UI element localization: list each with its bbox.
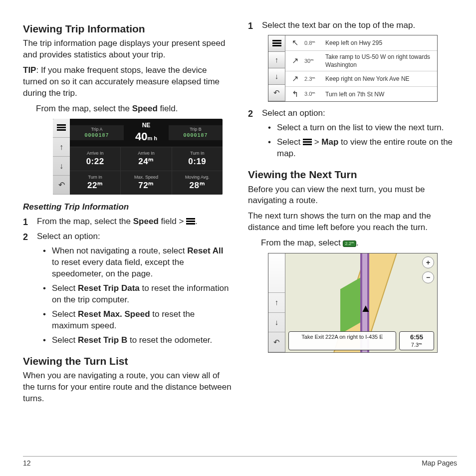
- turn-list-figure: ↑ ↓ ↶ ↖ 0.8ᵐ Keep left on Hwy 295 ↗ 30ᵐ …: [268, 35, 438, 102]
- reset-opt-all: When not navigating a route, select Rese…: [43, 245, 232, 280]
- from-map-speed: From the map, select the Speed field.: [36, 103, 232, 115]
- menu-icon: [53, 119, 70, 138]
- next-turn-chip-icon: 2.2ᵐ: [343, 240, 356, 247]
- page-footer: 12 Map Pages: [23, 456, 457, 468]
- reset-step-2: 2 Select an option: When not navigating …: [23, 231, 232, 349]
- next-turn-instruction: Take Exit 222A on right to I-435 E: [288, 331, 396, 350]
- down-arrow-icon: ↓: [268, 313, 285, 333]
- menu-icon: [186, 218, 195, 225]
- turn-row: ↰ 3.0ᵐ Turn left on 7th St NW: [285, 87, 437, 102]
- page-number: 12: [23, 459, 31, 468]
- next-turn-map-figure: ↑ ↓ ↶ ▲ + − Take Exit 222A on right to I…: [268, 253, 438, 353]
- turnlist-step-2: 2 Select an option: Select a turn on the…: [248, 108, 457, 163]
- up-arrow-icon: ↑: [268, 52, 285, 68]
- up-arrow-icon: ↑: [53, 138, 70, 157]
- heading-turn-list: Viewing the Turn List: [23, 354, 232, 368]
- next-turn-p2: The next turn shows the turn on the map …: [248, 211, 457, 234]
- trip-computer-figure: ↑ ↓ ↶ Trip A 0000187 NE 40m h Trip B: [53, 119, 223, 195]
- ramp-right-icon: ↗: [289, 55, 300, 66]
- down-arrow-icon: ↓: [268, 68, 285, 85]
- up-arrow-icon: ↑: [268, 293, 285, 313]
- turn-list-desc: When you are navigating a route, you can…: [23, 370, 232, 405]
- zoom-in-icon: +: [422, 256, 434, 268]
- vehicle-arrow-icon: ▲: [360, 301, 371, 316]
- reset-step-1: 1 From the map, select the Speed field >…: [23, 216, 232, 228]
- back-icon: ↶: [268, 332, 285, 352]
- down-arrow-icon: ↓: [53, 157, 70, 176]
- reset-opt-trip-data: Select Reset Trip Data to reset the info…: [43, 283, 232, 306]
- trip-info-tip: TIP: If you make frequent stops, leave t…: [23, 65, 232, 99]
- reset-opt-trip-b: Select Reset Trip B to reset the odomete…: [43, 335, 232, 346]
- turnlist-opt-2: Select > Map to view the entire route on…: [268, 137, 457, 160]
- zoom-out-icon: −: [422, 271, 434, 283]
- menu-icon: [268, 35, 285, 52]
- next-turn-p1: Before you can view the next turn, you m…: [248, 184, 457, 207]
- turn-left-icon: ↰: [289, 89, 300, 100]
- trip-info-desc: The trip information page displays your …: [23, 38, 232, 61]
- blank: [268, 253, 285, 293]
- turn-row: ↗ 30ᵐ Take ramp to US-50 W on right towa…: [285, 51, 437, 71]
- heading-next-turn: Viewing the Next Turn: [248, 168, 457, 182]
- right-column: 1 Select the text bar on the top of the …: [248, 17, 457, 409]
- heading-resetting-trip: Resetting Trip Information: [23, 202, 232, 213]
- turnlist-opt-1: Select a turn on the list to view the ne…: [268, 122, 457, 134]
- reset-opt-max-speed: Select Reset Max. Speed to reset the max…: [43, 309, 232, 332]
- heading-viewing-trip-info: Viewing Trip Information: [23, 22, 232, 36]
- turn-row: ↗ 2.3ᵐ Keep right on New York Ave NE: [285, 71, 437, 87]
- turn-row: ↖ 0.8ᵐ Keep left on Hwy 295: [285, 35, 437, 51]
- next-turn-time-dist: 6:55 7.3ᵐ: [399, 331, 434, 350]
- back-icon: ↶: [53, 176, 70, 195]
- bear-right-icon: ↗: [289, 73, 300, 84]
- back-icon: ↶: [268, 85, 285, 101]
- turnlist-step-1: 1 Select the text bar on the top of the …: [248, 20, 457, 32]
- bear-left-icon: ↖: [289, 37, 300, 48]
- section-title: Map Pages: [422, 459, 457, 468]
- menu-icon: [303, 139, 312, 146]
- left-column: Viewing Trip Information The trip inform…: [23, 17, 232, 409]
- next-turn-from-map: From the map, select 2.2ᵐ.: [261, 238, 457, 249]
